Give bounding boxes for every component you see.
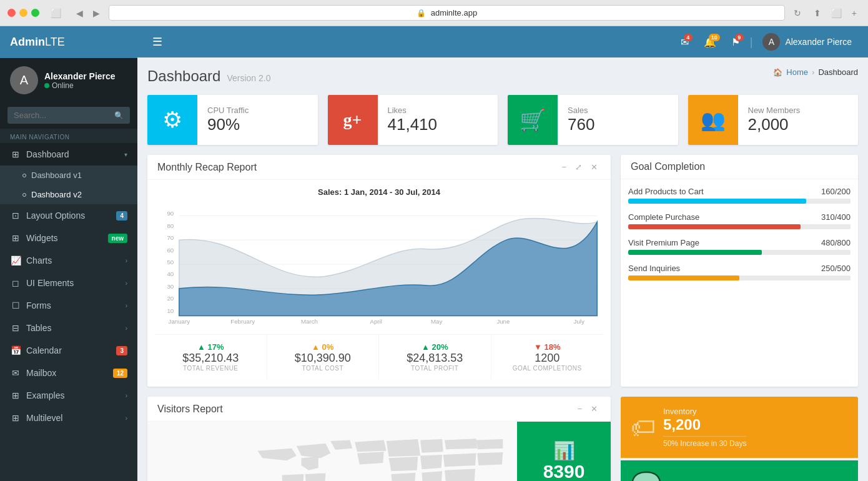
visitors-header: Visitors Report − ✕ (147, 397, 611, 422)
close-box-button[interactable]: ✕ (588, 161, 601, 173)
sidebar-link-dashboard[interactable]: ⊞ Dashboard ▾ (0, 143, 137, 166)
submenu-item-dashboard-v2: Dashboard v2 (0, 185, 137, 204)
goal-value-1: 160/200 (821, 187, 851, 196)
sidebar-link-calendar[interactable]: 📅 Calendar 3 (0, 339, 137, 362)
browser-nav: ◀ ▶ (72, 7, 104, 19)
svg-text:70: 70 (167, 234, 174, 241)
navbar-username: Alexander Pierce (785, 37, 852, 47)
stat-completions: ▼ 18% 1200 GOAL COMPLETIONS (491, 335, 604, 379)
flags-button[interactable]: ⚑ 9 (725, 32, 746, 52)
close-visitors-button[interactable]: ✕ (588, 403, 601, 415)
chevron-right-icon-3: › (126, 302, 127, 309)
breadcrumb-home-link[interactable]: Home (786, 67, 808, 77)
sidebar-link-layout-options[interactable]: ⊡ Layout Options 4 (0, 204, 137, 227)
sidebar-label-calendar: Calendar (26, 345, 111, 355)
sidebar-link-ui-elements[interactable]: ◻ UI Elements › (0, 272, 137, 294)
submenu-link-dashboard-v2[interactable]: Dashboard v2 (0, 185, 137, 204)
likes-content: Likes 41,410 (378, 95, 448, 145)
monthly-recap-box: Monthly Recap Report − ⤢ ✕ Sales: 1 Jan,… (147, 155, 611, 387)
info-box-likes: g+ Likes 41,410 (328, 95, 498, 145)
monthly-recap-body: Sales: 1 Jan, 2014 - 30 Jul, 2014 90 80 … (147, 180, 611, 387)
monthly-recap-header: Monthly Recap Report − ⤢ ✕ (147, 155, 611, 180)
search-bar[interactable]: 🔍 (7, 107, 130, 124)
maximize-dot[interactable] (31, 9, 39, 17)
visitors-tools: − ✕ (574, 403, 601, 415)
ui-icon: ◻ (10, 278, 21, 288)
submenu-label-dashboard-v1: Dashboard v1 (31, 171, 82, 180)
visitors-title: Visitors Report (157, 404, 223, 415)
sidebar-label-charts: Charts (26, 255, 121, 265)
submenu-link-dashboard-v1[interactable]: Dashboard v1 (0, 166, 137, 185)
sidebar-link-tables[interactable]: ⊟ Tables › (0, 317, 137, 339)
page-title-area: Dashboard Version 2.0 (147, 67, 270, 85)
main-wrapper: ☰ ✉ 4 🔔 10 ⚑ 9 | A Alexander Pierc (137, 26, 868, 481)
comment-icon: 💬 (631, 470, 662, 481)
inventory-widget: 🏷 Inventory 5,200 50% Increase in 30 Day… (621, 397, 858, 458)
refresh-button[interactable]: ↻ (790, 7, 805, 19)
navbar-user-menu[interactable]: A Alexander Pierce (756, 29, 858, 54)
sidebar-label-layout-options: Layout Options (26, 211, 111, 221)
sidebar-link-widgets[interactable]: ⊞ Widgets new (0, 227, 137, 249)
sidebar-item-forms: ☐ Forms › (0, 294, 137, 317)
mailbox-badge: 12 (113, 369, 127, 378)
sidebar-label-tables: Tables (26, 323, 121, 333)
sidebar-link-charts[interactable]: 📈 Charts › (0, 249, 137, 272)
minimize-dot[interactable] (19, 9, 27, 17)
second-row: Visitors Report − ✕ (147, 397, 858, 481)
cpu-icon-box: ⚙ (147, 95, 197, 145)
forward-button[interactable]: ▶ (89, 7, 104, 19)
widgets-badge: new (108, 234, 127, 243)
minimize-visitors-button[interactable]: − (574, 403, 585, 415)
completions-change: ▼ 18% (496, 342, 599, 352)
cost-label: TOTAL COST (272, 365, 374, 372)
monthly-recap-title: Monthly Recap Report (157, 162, 257, 173)
goal-progress-4 (628, 275, 851, 280)
sidebar-link-forms[interactable]: ☐ Forms › (0, 294, 137, 317)
revenue-change: ▲ 17% (160, 342, 262, 352)
share-button[interactable]: ⬆ (810, 7, 825, 19)
expand-box-button[interactable]: ⤢ (572, 161, 585, 173)
minimize-box-button[interactable]: − (558, 161, 570, 173)
nav-toggle-button[interactable]: ☰ (147, 32, 167, 51)
new-tab-button[interactable]: ⬜ (827, 7, 846, 19)
chevron-right-icon-6: › (126, 415, 127, 422)
sidebar-item-examples: ⊞ Examples › (0, 384, 137, 407)
goal-item-complete-purchase: Complete Purchase 310/400 (628, 212, 851, 229)
chart-container: Sales: 1 Jan, 2014 - 30 Jul, 2014 90 80 … (155, 187, 603, 329)
messages-button[interactable]: ✉ 4 (674, 32, 695, 52)
url-bar[interactable]: 🔒 adminlte.app (109, 5, 785, 21)
sidebar-toggle-btn[interactable]: ⬜ (47, 7, 65, 19)
sidebar-label-widgets: Widgets (26, 233, 103, 243)
cost-value: $10,390.90 (272, 352, 374, 365)
flags-badge: 9 (735, 34, 744, 41)
close-dot[interactable] (7, 9, 16, 17)
sidebar-link-examples[interactable]: ⊞ Examples › (0, 384, 137, 407)
notifications-button[interactable]: 🔔 10 (698, 32, 723, 52)
goal-label-1: Add Products to Cart (628, 187, 704, 196)
top-navbar: ☰ ✉ 4 🔔 10 ⚑ 9 | A Alexander Pierc (137, 26, 868, 57)
avatar: A (10, 66, 38, 94)
area-chart: 90 80 70 60 50 40 30 20 10 (155, 202, 603, 327)
chevron-down-icon: ▾ (124, 151, 127, 158)
search-input[interactable] (14, 111, 114, 120)
back-button[interactable]: ◀ (72, 7, 87, 19)
user-info: Alexander Pierce Online (44, 71, 116, 90)
goal-item-header-1: Add Products to Cart 160/200 (628, 187, 851, 196)
bar-chart-icon: 📊 (553, 440, 575, 461)
home-icon: 🏠 (773, 68, 782, 77)
sidebar-link-multilevel[interactable]: ⊞ Multilevel › (0, 407, 137, 429)
user-name: Alexander Pierce (44, 71, 116, 81)
sidebar-label-examples: Examples (26, 390, 121, 400)
goal-progress-3 (628, 250, 851, 255)
sidebar-item-dashboard: ⊞ Dashboard ▾ Dashboard v1 Dashb (0, 143, 137, 204)
calendar-icon: 📅 (10, 345, 21, 355)
mailbox-icon: ✉ (10, 368, 21, 378)
submenu-item-dashboard-v1: Dashboard v1 (0, 166, 137, 185)
browser-actions: ⬆ ⬜ + (810, 7, 861, 19)
status-dot (44, 83, 49, 88)
chevron-right-icon-5: › (126, 392, 127, 399)
extensions-button[interactable]: + (848, 7, 861, 19)
sidebar-link-mailbox[interactable]: ✉ Mailbox 12 (0, 362, 137, 384)
sidebar-item-ui-elements: ◻ UI Elements › (0, 272, 137, 294)
svg-text:May: May (431, 318, 442, 325)
